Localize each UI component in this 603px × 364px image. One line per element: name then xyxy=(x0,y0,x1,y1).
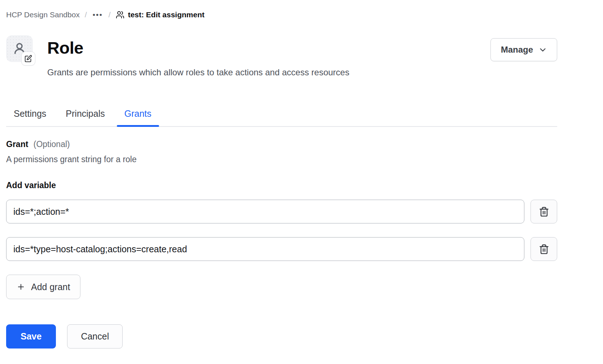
trash-icon xyxy=(539,207,549,217)
page-title: Role xyxy=(47,35,490,61)
grant-field-label: Grant xyxy=(6,139,28,149)
tab-grants[interactable]: Grants xyxy=(117,108,159,126)
breadcrumb: HCP Design Sandbox / ••• / test: Edit as… xyxy=(6,9,557,20)
cancel-button[interactable]: Cancel xyxy=(67,324,123,349)
page-subtitle: Grants are permissions which allow roles… xyxy=(47,66,490,79)
breadcrumb-separator: / xyxy=(85,9,87,20)
tab-principals[interactable]: Principals xyxy=(58,108,112,126)
role-avatar[interactable] xyxy=(6,35,33,62)
tab-settings[interactable]: Settings xyxy=(6,108,54,126)
role-edit-page: HCP Design Sandbox / ••• / test: Edit as… xyxy=(0,0,603,349)
breadcrumb-collapsed-button[interactable]: ••• xyxy=(92,10,104,19)
plus-icon xyxy=(17,283,25,291)
grant-input-2[interactable] xyxy=(6,237,524,261)
delete-grant-1-button[interactable] xyxy=(531,200,557,223)
header-text: Role Grants are permissions which allow … xyxy=(47,35,490,79)
add-variable-heading: Add variable xyxy=(6,180,557,190)
breadcrumb-link-hcp-design-sandbox[interactable]: HCP Design Sandbox xyxy=(6,9,80,20)
users-icon xyxy=(116,10,124,19)
grant-field-optional-label: (Optional) xyxy=(34,139,70,149)
chevron-down-icon xyxy=(539,46,547,54)
grant-field-label-row: Grant (Optional) xyxy=(6,139,557,149)
delete-grant-2-button[interactable] xyxy=(531,237,557,261)
manage-button[interactable]: Manage xyxy=(490,38,557,61)
add-grant-button[interactable]: Add grant xyxy=(6,275,80,299)
add-grant-button-label: Add grant xyxy=(31,282,70,292)
grant-row xyxy=(6,200,557,223)
edit-avatar-button[interactable] xyxy=(21,52,35,66)
grant-row xyxy=(6,237,557,261)
manage-button-label: Manage xyxy=(501,45,533,55)
grant-input-1[interactable] xyxy=(6,200,524,223)
breadcrumb-current-label: test: Edit assignment xyxy=(128,9,204,20)
tab-bar: Settings Principals Grants xyxy=(6,108,557,127)
page-header: Role Grants are permissions which allow … xyxy=(6,35,557,79)
save-button[interactable]: Save xyxy=(6,324,56,349)
edit-icon xyxy=(25,55,32,62)
grant-field-description: A permissions grant string for a role xyxy=(6,154,557,164)
form-actions: Save Cancel xyxy=(6,324,557,349)
grants-section: Grant (Optional) A permissions grant str… xyxy=(6,139,557,299)
breadcrumb-separator: / xyxy=(109,9,111,20)
trash-icon xyxy=(539,244,549,254)
breadcrumb-current: test: Edit assignment xyxy=(116,9,204,20)
